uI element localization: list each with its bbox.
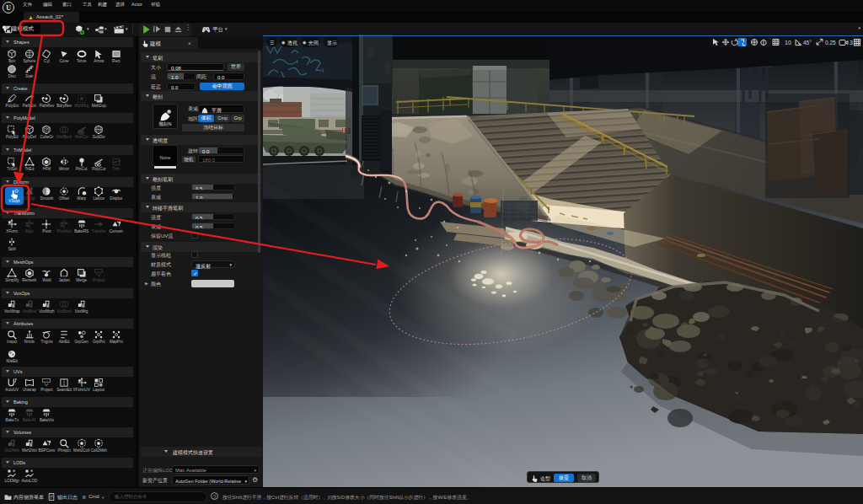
svg-text:0.25: 0.25 [825,40,836,46]
svg-text:3: 3 [850,40,853,46]
svg-text:45°: 45° [803,40,812,46]
svg-text:10: 10 [785,40,791,46]
